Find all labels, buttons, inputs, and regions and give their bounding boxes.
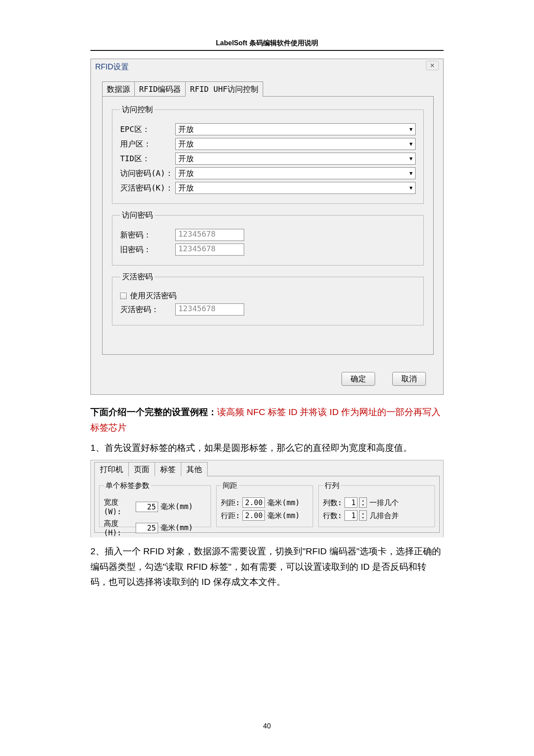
chevron-up-icon: ▴ — [362, 511, 364, 515]
rows-input[interactable]: 1 — [345, 510, 357, 521]
tab-page[interactable]: 页面 — [128, 462, 155, 476]
kill-password-group: 灭活密码 使用灭活密码 灭活密码： 12345678 — [112, 272, 424, 325]
dialog-title: RFID设置 — [91, 59, 443, 74]
chevron-down-icon: ▼ — [410, 185, 413, 191]
ok-button[interactable]: 确定 — [342, 372, 375, 386]
access-pwd-a-label: 访问密码(A)： — [120, 168, 175, 178]
row-gap-label: 行距: — [221, 511, 241, 521]
height-input[interactable]: 25 — [136, 523, 158, 533]
row-gap-input[interactable]: 2.00 — [242, 510, 265, 521]
epc-value: 开放 — [178, 124, 194, 134]
access-password-group: 访问密码 新密码： 12345678 旧密码： 12345678 — [112, 210, 424, 266]
rows-cols-legend: 行列 — [323, 481, 341, 490]
new-pwd-input[interactable]: 12345678 — [175, 229, 244, 241]
tab-datasource[interactable]: 数据源 — [102, 81, 135, 97]
cols-suffix: 一排几个 — [369, 498, 399, 508]
single-label-params-legend: 单个标签参数 — [104, 481, 151, 490]
user-value: 开放 — [178, 139, 194, 149]
rows-suffix: 几排合并 — [369, 511, 399, 521]
kill-pwd-k-label: 灭活密码(K)： — [120, 183, 175, 193]
use-kill-pwd-checkbox[interactable] — [120, 293, 127, 299]
kill-pwd-k-dropdown[interactable]: 开放 ▼ — [175, 182, 416, 194]
rfid-settings-dialog: RFID设置 ✕ 数据源 RFID编码器 RFID UHF访问控制 访问控制 E… — [90, 59, 444, 395]
label-settings-panel: 打印机 页面 标签 其他 单个标签参数 宽度(W): 25 毫米(mm) 高度(… — [90, 460, 444, 537]
kill-password-legend: 灭活密码 — [120, 272, 155, 282]
user-dropdown[interactable]: 开放 ▼ — [175, 138, 416, 150]
doc-header: LabelSoft 条码编辑软件使用说明 — [90, 39, 444, 51]
width-input[interactable]: 25 — [136, 502, 158, 512]
chevron-down-icon: ▼ — [410, 170, 413, 176]
tid-label: TID区： — [120, 153, 175, 164]
chevron-down-icon: ▼ — [410, 156, 413, 162]
single-label-params-group: 单个标签参数 宽度(W): 25 毫米(mm) 高度(H): 25 毫米(mm) — [99, 481, 211, 527]
intro-bold: 下面介绍一个完整的设置例程： — [90, 407, 217, 417]
new-pwd-label: 新密码： — [120, 230, 175, 240]
rows-label: 行数: — [323, 511, 343, 521]
kill-pwd-input[interactable]: 12345678 — [175, 303, 244, 316]
kill-pwd-label: 灭活密码： — [120, 304, 175, 315]
tab-panel: 访问控制 EPC区： 开放 ▼ 用户区： 开放 ▼ — [102, 96, 434, 355]
use-kill-pwd-label: 使用灭活密码 — [130, 291, 177, 301]
access-pwd-a-dropdown[interactable]: 开放 ▼ — [175, 167, 416, 179]
epc-dropdown[interactable]: 开放 ▼ — [175, 123, 416, 135]
access-control-legend: 访问控制 — [120, 104, 155, 115]
tab-rfid-encoder[interactable]: RFID编码器 — [134, 81, 186, 97]
width-label: 宽度(W): — [104, 497, 134, 516]
page-number: 40 — [0, 722, 534, 730]
access-pwd-a-value: 开放 — [178, 168, 194, 178]
tabstrip: 数据源 RFID编码器 RFID UHF访问控制 — [102, 81, 443, 97]
rows-spinner[interactable]: ▴▾ — [359, 510, 367, 521]
tab-rfid-uhf-access[interactable]: RFID UHF访问控制 — [185, 81, 263, 97]
cols-input[interactable]: 1 — [345, 497, 357, 508]
col-gap-unit: 毫米(mm) — [267, 498, 300, 508]
cancel-button[interactable]: 取消 — [392, 372, 426, 386]
tid-value: 开放 — [178, 153, 194, 164]
height-unit: 毫米(mm) — [161, 523, 193, 533]
old-pwd-label: 旧密码： — [120, 244, 175, 255]
epc-label: EPC区： — [120, 124, 175, 134]
chevron-down-icon: ▾ — [362, 503, 364, 507]
col-gap-input[interactable]: 2.00 — [242, 497, 265, 508]
width-unit: 毫米(mm) — [161, 502, 193, 512]
spacing-legend: 间距 — [221, 481, 239, 490]
tabstrip2: 打印机 页面 标签 其他 — [91, 460, 443, 476]
intro-text: 下面介绍一个完整的设置例程：读高频 NFC 标签 ID 并将该 ID 作为网址的… — [90, 404, 444, 435]
cols-label: 列数: — [323, 498, 343, 508]
spacing-group: 间距 列距: 2.00 毫米(mm) 行距: 2.00 毫米(mm) — [216, 481, 313, 527]
tid-dropdown[interactable]: 开放 ▼ — [175, 153, 416, 165]
chevron-down-icon: ▾ — [362, 515, 364, 520]
close-icon[interactable]: ✕ — [426, 61, 439, 70]
user-label: 用户区： — [120, 139, 175, 149]
old-pwd-input[interactable]: 12345678 — [175, 244, 244, 256]
height-label: 高度(H): — [104, 519, 134, 537]
col-gap-label: 列距: — [221, 498, 241, 508]
access-control-group: 访问控制 EPC区： 开放 ▼ 用户区： 开放 ▼ — [112, 104, 424, 204]
kill-pwd-k-value: 开放 — [178, 183, 194, 193]
chevron-down-icon: ▼ — [410, 141, 413, 147]
tab-printer[interactable]: 打印机 — [94, 462, 129, 476]
chevron-down-icon: ▼ — [410, 126, 413, 132]
step1-text: 1、首先设置好标签的格式，如果是圆形标签，那么它的直径即为宽度和高度值。 — [90, 440, 444, 456]
tab-other[interactable]: 其他 — [181, 462, 208, 476]
tab-label[interactable]: 标签 — [155, 462, 181, 476]
cols-spinner[interactable]: ▴▾ — [359, 497, 367, 508]
row-gap-unit: 毫米(mm) — [267, 511, 300, 521]
access-password-legend: 访问密码 — [120, 210, 155, 220]
rows-cols-group: 行列 列数: 1 ▴▾ 一排几个 行数: 1 ▴▾ 几排合并 — [318, 481, 435, 527]
step2-text: 2、插入一个 RFID 对象，数据源不需要设置，切换到"RFID 编码器"选项卡… — [90, 544, 444, 590]
chevron-up-icon: ▴ — [362, 498, 364, 503]
